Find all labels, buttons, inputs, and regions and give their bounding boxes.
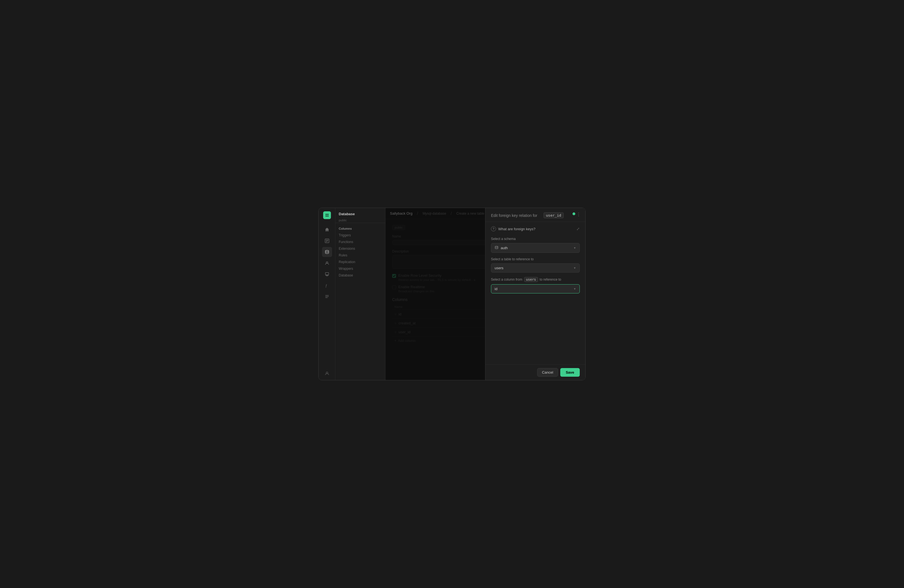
sidebar-item-editor[interactable]: [322, 236, 332, 246]
help-circle-icon: ?: [491, 226, 496, 231]
svg-text:ƒ: ƒ: [326, 284, 327, 288]
db-icon: [495, 245, 498, 250]
schema-value: auth: [501, 246, 571, 250]
fk-panel-header: Edit foreign key relation for user_id ⋮: [485, 208, 585, 222]
status-dot: [572, 212, 575, 215]
fk-panel-footer: Cancel Save: [485, 364, 585, 380]
svg-point-14: [495, 246, 498, 247]
panel-item-triggers[interactable]: Triggers: [335, 232, 385, 239]
schema-label: public: [335, 218, 385, 223]
sidebar-logo: [323, 211, 331, 219]
panel-item-wrappers[interactable]: Wrappers: [335, 266, 385, 272]
sidebar-item-functions[interactable]: ƒ: [322, 280, 332, 290]
sidebar-user[interactable]: [325, 371, 329, 380]
fk-panel: Edit foreign key relation for user_id ⋮ …: [485, 208, 585, 380]
table-arrow-icon: ▼: [573, 266, 576, 270]
schema-section-label: Select a schema: [491, 237, 580, 241]
fk-panel-body: ? What are foreign keys? ⤢ Select a sche…: [485, 222, 585, 364]
panel-item-replication[interactable]: Replication: [335, 259, 385, 266]
cancel-button[interactable]: Cancel: [537, 368, 558, 377]
svg-rect-6: [326, 273, 329, 275]
panel-db-title: Database: [335, 210, 385, 218]
panel-item-database[interactable]: Database: [335, 272, 385, 279]
sidebar-item-auth[interactable]: [322, 258, 332, 268]
tables-section-label: Columns: [335, 225, 385, 232]
sidebar-item-logs[interactable]: [322, 291, 332, 302]
sidebar: ƒ: [319, 208, 335, 380]
table-section-label: Select a table to reference to: [491, 257, 580, 261]
schema-select[interactable]: auth ▼: [491, 243, 580, 253]
sidebar-item-storage[interactable]: [322, 269, 332, 279]
sidebar-item-home[interactable]: [322, 224, 332, 235]
schema-arrow-icon: ▼: [573, 247, 576, 250]
schema-section: Select a schema auth ▼: [491, 237, 580, 253]
column-ref-table-badge: users: [524, 277, 538, 282]
expand-icon[interactable]: ⤢: [577, 227, 580, 231]
table-select[interactable]: users ▼: [491, 263, 580, 273]
more-options-icon[interactable]: ⋮: [577, 212, 581, 217]
column-label-row: Select a column from users to reference …: [491, 277, 580, 282]
app-window: ƒ Database public Columns Triggers Funct…: [318, 208, 586, 380]
panel-item-rules[interactable]: Rules: [335, 252, 385, 259]
sidebar-item-database[interactable]: [322, 247, 332, 257]
panel-item-functions[interactable]: Functions: [335, 239, 385, 245]
column-input[interactable]: id ▼: [491, 284, 580, 294]
column-input-arrow-icon: ▼: [573, 287, 576, 290]
column-section: Select a column from users to reference …: [491, 277, 580, 294]
column-label-suffix: to reference to: [540, 278, 561, 281]
fk-column-badge: user_id: [544, 212, 564, 218]
sidebar-navigation: ƒ: [319, 224, 335, 371]
left-panel: Database public Columns Triggers Functio…: [335, 208, 386, 380]
svg-point-13: [326, 372, 328, 374]
fk-help-text: What are foreign keys?: [498, 227, 574, 231]
fk-title-prefix: Edit foreign key relation for: [491, 213, 537, 218]
column-section-label: Select a column from: [491, 278, 522, 281]
table-section: Select a table to reference to users ▼: [491, 257, 580, 273]
column-value: id: [495, 287, 497, 291]
svg-point-4: [326, 250, 329, 251]
table-value: users: [495, 266, 571, 270]
fk-help-row: ? What are foreign keys? ⤢: [491, 226, 580, 231]
save-button[interactable]: Save: [560, 368, 580, 377]
panel-item-extensions[interactable]: Extensions: [335, 245, 385, 252]
